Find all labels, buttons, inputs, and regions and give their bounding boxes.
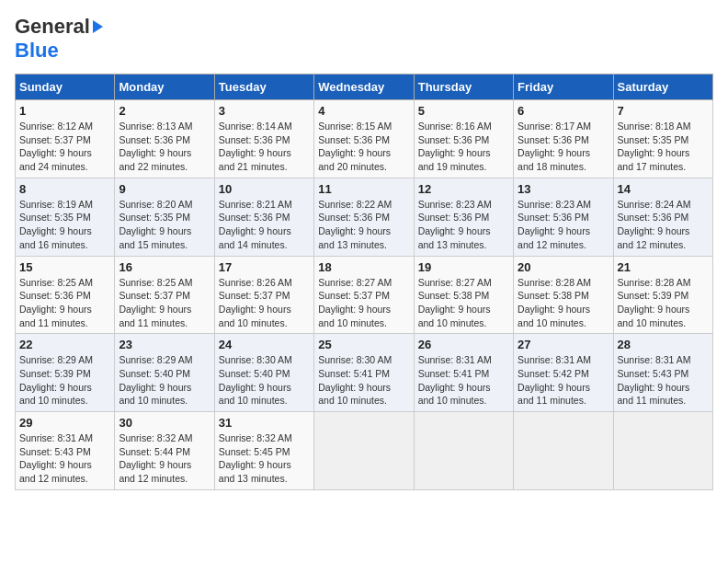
- day-number: 7: [618, 104, 709, 118]
- day-info: Sunrise: 8:25 AMSunset: 5:36 PMDaylight:…: [19, 276, 110, 330]
- day-number: 23: [119, 338, 210, 351]
- day-number: 9: [119, 182, 210, 196]
- calendar-cell: 18Sunrise: 8:27 AMSunset: 5:37 PMDayligh…: [314, 256, 414, 334]
- calendar-header-row: SundayMondayTuesdayWednesdayThursdayFrid…: [16, 75, 713, 100]
- calendar-cell: 12Sunrise: 8:23 AMSunset: 5:36 PMDayligh…: [414, 178, 513, 256]
- day-number: 12: [418, 182, 509, 196]
- day-info: Sunrise: 8:22 AMSunset: 5:36 PMDaylight:…: [318, 198, 409, 252]
- weekday-header: Wednesday: [314, 75, 414, 100]
- day-number: 31: [219, 416, 310, 430]
- calendar-cell: 21Sunrise: 8:28 AMSunset: 5:39 PMDayligh…: [613, 256, 712, 334]
- weekday-header: Monday: [115, 75, 214, 100]
- calendar-cell: 13Sunrise: 8:23 AMSunset: 5:36 PMDayligh…: [514, 178, 613, 256]
- day-number: 8: [19, 182, 110, 196]
- logo-arrow-icon: [93, 20, 103, 33]
- day-number: 19: [418, 260, 509, 274]
- day-info: Sunrise: 8:17 AMSunset: 5:36 PMDaylight:…: [518, 120, 609, 174]
- calendar-cell: 4Sunrise: 8:15 AMSunset: 5:36 PMDaylight…: [314, 100, 414, 178]
- day-info: Sunrise: 8:31 AMSunset: 5:43 PMDaylight:…: [618, 353, 709, 408]
- day-number: 20: [518, 260, 609, 274]
- day-number: 1: [19, 104, 110, 118]
- day-info: Sunrise: 8:32 AMSunset: 5:44 PMDaylight:…: [119, 431, 210, 486]
- day-number: 21: [618, 260, 709, 274]
- weekday-header: Sunday: [16, 75, 115, 100]
- day-number: 11: [318, 182, 409, 196]
- day-info: Sunrise: 8:24 AMSunset: 5:36 PMDaylight:…: [618, 198, 709, 252]
- calendar-week-row: 15Sunrise: 8:25 AMSunset: 5:36 PMDayligh…: [16, 256, 713, 334]
- day-info: Sunrise: 8:12 AMSunset: 5:37 PMDaylight:…: [19, 120, 110, 174]
- day-number: 15: [19, 260, 110, 274]
- weekday-header: Saturday: [613, 75, 712, 100]
- day-info: Sunrise: 8:32 AMSunset: 5:45 PMDaylight:…: [219, 431, 310, 486]
- calendar-week-row: 8Sunrise: 8:19 AMSunset: 5:35 PMDaylight…: [16, 178, 713, 256]
- calendar-cell: 26Sunrise: 8:31 AMSunset: 5:41 PMDayligh…: [414, 334, 513, 412]
- calendar-week-row: 29Sunrise: 8:31 AMSunset: 5:43 PMDayligh…: [16, 412, 713, 490]
- day-number: 16: [119, 260, 210, 274]
- calendar-cell: 30Sunrise: 8:32 AMSunset: 5:44 PMDayligh…: [115, 412, 214, 490]
- calendar-cell: 29Sunrise: 8:31 AMSunset: 5:43 PMDayligh…: [16, 412, 115, 490]
- day-info: Sunrise: 8:16 AMSunset: 5:36 PMDaylight:…: [418, 120, 509, 174]
- day-number: 26: [418, 338, 509, 351]
- calendar-cell: 7Sunrise: 8:18 AMSunset: 5:35 PMDaylight…: [613, 100, 712, 178]
- day-info: Sunrise: 8:27 AMSunset: 5:37 PMDaylight:…: [318, 276, 409, 330]
- day-info: Sunrise: 8:23 AMSunset: 5:36 PMDaylight:…: [518, 198, 609, 252]
- day-number: 18: [318, 260, 409, 274]
- day-info: Sunrise: 8:21 AMSunset: 5:36 PMDaylight:…: [219, 198, 310, 252]
- calendar-cell: 2Sunrise: 8:13 AMSunset: 5:36 PMDaylight…: [115, 100, 214, 178]
- day-info: Sunrise: 8:31 AMSunset: 5:42 PMDaylight:…: [518, 353, 609, 408]
- day-info: Sunrise: 8:30 AMSunset: 5:41 PMDaylight:…: [318, 353, 409, 408]
- day-info: Sunrise: 8:31 AMSunset: 5:43 PMDaylight:…: [19, 431, 110, 486]
- day-info: Sunrise: 8:27 AMSunset: 5:38 PMDaylight:…: [418, 276, 509, 330]
- calendar-cell: 31Sunrise: 8:32 AMSunset: 5:45 PMDayligh…: [214, 412, 313, 490]
- day-info: Sunrise: 8:31 AMSunset: 5:41 PMDaylight:…: [418, 353, 509, 408]
- day-info: Sunrise: 8:25 AMSunset: 5:37 PMDaylight:…: [119, 276, 210, 330]
- calendar-cell: 14Sunrise: 8:24 AMSunset: 5:36 PMDayligh…: [613, 178, 712, 256]
- day-info: Sunrise: 8:29 AMSunset: 5:40 PMDaylight:…: [119, 353, 210, 408]
- calendar-cell: 22Sunrise: 8:29 AMSunset: 5:39 PMDayligh…: [16, 334, 115, 412]
- calendar-cell: 17Sunrise: 8:26 AMSunset: 5:37 PMDayligh…: [214, 256, 313, 334]
- day-info: Sunrise: 8:30 AMSunset: 5:40 PMDaylight:…: [219, 353, 310, 408]
- calendar-cell: 1Sunrise: 8:12 AMSunset: 5:37 PMDaylight…: [16, 100, 115, 178]
- day-number: 4: [318, 104, 409, 118]
- day-number: 5: [418, 104, 509, 118]
- calendar-cell: 23Sunrise: 8:29 AMSunset: 5:40 PMDayligh…: [115, 334, 214, 412]
- weekday-header: Thursday: [414, 75, 513, 100]
- logo: General Blue: [15, 15, 104, 63]
- day-number: 27: [518, 338, 609, 351]
- logo-blue: Blue: [15, 39, 59, 62]
- calendar-cell: 10Sunrise: 8:21 AMSunset: 5:36 PMDayligh…: [214, 178, 313, 256]
- calendar-cell: 27Sunrise: 8:31 AMSunset: 5:42 PMDayligh…: [514, 334, 613, 412]
- day-info: Sunrise: 8:15 AMSunset: 5:36 PMDaylight:…: [318, 120, 409, 174]
- calendar-cell: [613, 412, 712, 490]
- calendar-cell: [514, 412, 613, 490]
- day-number: 22: [19, 338, 110, 351]
- calendar-cell: 11Sunrise: 8:22 AMSunset: 5:36 PMDayligh…: [314, 178, 414, 256]
- day-info: Sunrise: 8:13 AMSunset: 5:36 PMDaylight:…: [119, 120, 210, 174]
- calendar-week-row: 22Sunrise: 8:29 AMSunset: 5:39 PMDayligh…: [16, 334, 713, 412]
- calendar-cell: 8Sunrise: 8:19 AMSunset: 5:35 PMDaylight…: [16, 178, 115, 256]
- calendar-cell: 16Sunrise: 8:25 AMSunset: 5:37 PMDayligh…: [115, 256, 214, 334]
- calendar-cell: 9Sunrise: 8:20 AMSunset: 5:35 PMDaylight…: [115, 178, 214, 256]
- day-number: 25: [318, 338, 409, 351]
- day-info: Sunrise: 8:23 AMSunset: 5:36 PMDaylight:…: [418, 198, 509, 252]
- calendar-cell: 5Sunrise: 8:16 AMSunset: 5:36 PMDaylight…: [414, 100, 513, 178]
- day-info: Sunrise: 8:28 AMSunset: 5:39 PMDaylight:…: [618, 276, 709, 330]
- day-info: Sunrise: 8:26 AMSunset: 5:37 PMDaylight:…: [219, 276, 310, 330]
- calendar-cell: 24Sunrise: 8:30 AMSunset: 5:40 PMDayligh…: [214, 334, 313, 412]
- day-number: 10: [219, 182, 310, 196]
- calendar-cell: 3Sunrise: 8:14 AMSunset: 5:36 PMDaylight…: [214, 100, 313, 178]
- calendar-week-row: 1Sunrise: 8:12 AMSunset: 5:37 PMDaylight…: [16, 100, 713, 178]
- day-info: Sunrise: 8:14 AMSunset: 5:36 PMDaylight:…: [219, 120, 310, 174]
- day-number: 24: [219, 338, 310, 351]
- day-info: Sunrise: 8:20 AMSunset: 5:35 PMDaylight:…: [119, 198, 210, 252]
- day-number: 17: [219, 260, 310, 274]
- day-info: Sunrise: 8:18 AMSunset: 5:35 PMDaylight:…: [618, 120, 709, 174]
- day-info: Sunrise: 8:19 AMSunset: 5:35 PMDaylight:…: [19, 198, 110, 252]
- calendar-cell: 28Sunrise: 8:31 AMSunset: 5:43 PMDayligh…: [613, 334, 712, 412]
- calendar-cell: [414, 412, 513, 490]
- day-number: 28: [618, 338, 709, 351]
- day-info: Sunrise: 8:28 AMSunset: 5:38 PMDaylight:…: [518, 276, 609, 330]
- day-number: 13: [518, 182, 609, 196]
- day-info: Sunrise: 8:29 AMSunset: 5:39 PMDaylight:…: [19, 353, 110, 408]
- calendar-cell: 19Sunrise: 8:27 AMSunset: 5:38 PMDayligh…: [414, 256, 513, 334]
